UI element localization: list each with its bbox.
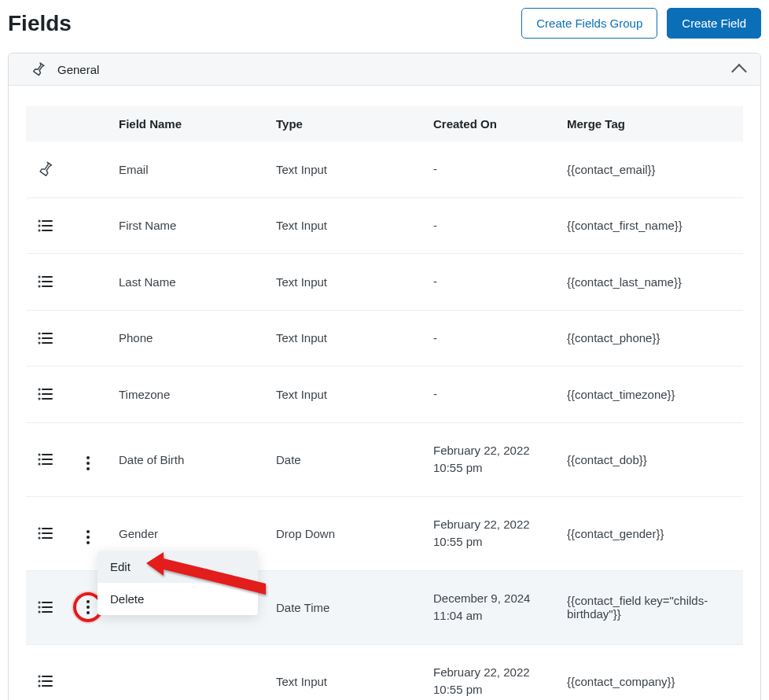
svg-point-2 xyxy=(39,225,40,226)
panel-header[interactable]: General xyxy=(9,53,760,86)
svg-point-26 xyxy=(39,459,40,460)
svg-point-46 xyxy=(39,686,40,687)
field-type: Date xyxy=(268,422,425,496)
svg-point-36 xyxy=(39,602,40,603)
svg-point-6 xyxy=(39,277,40,278)
field-created-on: - xyxy=(425,197,559,254)
svg-point-40 xyxy=(39,612,40,613)
column-header-handle xyxy=(26,106,65,142)
svg-point-32 xyxy=(39,533,40,534)
svg-point-44 xyxy=(39,681,40,682)
field-merge-tag: {{contact_first_name}} xyxy=(559,197,743,254)
table-row: TimezoneText Input-{{contact_timezone}} xyxy=(26,367,743,423)
field-merge-tag: {{contact_last_name}} xyxy=(559,254,743,311)
drag-handle-icon[interactable] xyxy=(26,254,65,311)
column-header-type: Type xyxy=(268,106,425,142)
table-row: Date of BirthDateFebruary 22, 202210:55 … xyxy=(26,422,743,496)
row-actions-cell xyxy=(65,197,111,254)
field-merge-tag: {{contact_field key="childs-birthday"}} xyxy=(559,570,743,644)
field-merge-tag: {{contact_email}} xyxy=(559,142,743,197)
drag-handle-icon[interactable] xyxy=(26,496,65,570)
panel-title: General xyxy=(57,63,99,76)
svg-point-0 xyxy=(39,220,40,221)
panel-body: Field Name Type Created On Merge Tag Ema… xyxy=(9,86,760,700)
drag-handle-icon[interactable] xyxy=(26,644,65,700)
row-actions-cell xyxy=(65,644,111,700)
kebab-menu-icon[interactable] xyxy=(86,456,90,470)
table-row: EmailText Input-{{contact_email}} xyxy=(26,142,743,197)
field-name: Email xyxy=(111,142,268,197)
field-type: Text Input xyxy=(268,142,425,197)
field-created-on: February 22, 202210:55 pm xyxy=(425,644,559,700)
field-merge-tag: {{contact_dob}} xyxy=(559,422,743,496)
svg-point-8 xyxy=(39,282,40,282)
field-created-on: February 22, 202210:55 pm xyxy=(425,422,559,496)
dropdown-edit[interactable]: Edit xyxy=(98,551,258,583)
create-fields-group-button[interactable]: Create Fields Group xyxy=(521,8,657,39)
field-type: Text Input xyxy=(268,367,425,423)
svg-point-10 xyxy=(39,286,40,287)
field-name: Date of Birth xyxy=(111,422,268,496)
header-actions: Create Fields Group Create Field xyxy=(521,8,761,39)
drag-handle-icon[interactable] xyxy=(26,570,65,644)
drag-handle-icon[interactable] xyxy=(26,367,65,423)
page-title: Fields xyxy=(8,11,72,36)
field-created-on: February 22, 202210:55 pm xyxy=(425,496,559,570)
column-header-created: Created On xyxy=(425,106,559,142)
svg-point-42 xyxy=(39,676,40,677)
table-row: PhoneText Input-{{contact_phone}} xyxy=(26,310,743,367)
svg-point-16 xyxy=(39,342,40,343)
svg-point-14 xyxy=(39,337,40,338)
svg-point-22 xyxy=(39,399,40,400)
pin-icon xyxy=(26,142,65,197)
field-type: Text Input xyxy=(268,254,425,311)
field-created-on: December 9, 202411:04 am xyxy=(425,570,559,644)
field-created-on: - xyxy=(425,254,559,311)
field-type: Text Input xyxy=(268,310,425,367)
row-actions-cell xyxy=(65,310,111,367)
dropdown-delete[interactable]: Delete xyxy=(98,583,258,615)
field-created-on: - xyxy=(425,310,559,367)
create-field-button[interactable]: Create Field xyxy=(667,8,761,39)
field-created-on: - xyxy=(425,142,559,197)
svg-point-34 xyxy=(39,538,40,539)
table-row: Last NameText Input-{{contact_last_name}… xyxy=(26,254,743,311)
field-type: Text Input xyxy=(268,197,425,254)
kebab-menu-icon[interactable] xyxy=(86,530,90,544)
drag-handle-icon[interactable] xyxy=(26,197,65,254)
row-actions-dropdown: Edit Delete xyxy=(98,551,258,615)
svg-point-18 xyxy=(39,389,40,390)
chevron-up-icon[interactable] xyxy=(734,61,745,77)
svg-point-4 xyxy=(39,230,40,230)
fields-panel: General Field Name Type Created On Merge… xyxy=(8,53,761,700)
drag-handle-icon[interactable] xyxy=(26,422,65,496)
column-header-merge: Merge Tag xyxy=(559,106,743,142)
field-merge-tag: {{contact_company}} xyxy=(559,644,743,700)
svg-point-28 xyxy=(39,464,40,465)
row-actions-cell xyxy=(65,142,111,197)
svg-point-30 xyxy=(39,529,40,529)
field-type: Drop Down xyxy=(268,496,425,570)
column-header-actions xyxy=(65,106,111,142)
field-merge-tag: {{contact_gender}} xyxy=(559,496,743,570)
field-name: Last Name xyxy=(111,254,268,311)
field-name: Timezone xyxy=(111,367,268,423)
pin-icon xyxy=(31,61,46,77)
field-name: First Name xyxy=(111,197,268,254)
svg-point-20 xyxy=(39,394,40,395)
table-row: Text InputFebruary 22, 202210:55 pm{{con… xyxy=(26,644,743,700)
field-name xyxy=(111,644,268,700)
drag-handle-icon[interactable] xyxy=(26,310,65,367)
field-type: Text Input xyxy=(268,644,425,700)
field-created-on: - xyxy=(425,367,559,423)
svg-point-24 xyxy=(39,455,40,455)
row-actions-cell xyxy=(65,254,111,311)
field-merge-tag: {{contact_timezone}} xyxy=(559,367,743,423)
svg-point-38 xyxy=(39,607,40,608)
page-header: Fields Create Fields Group Create Field xyxy=(8,8,761,39)
column-header-name: Field Name xyxy=(111,106,268,142)
field-name: Phone xyxy=(111,310,268,367)
field-merge-tag: {{contact_phone}} xyxy=(559,310,743,367)
row-actions-cell xyxy=(65,367,111,423)
svg-point-12 xyxy=(39,333,40,333)
